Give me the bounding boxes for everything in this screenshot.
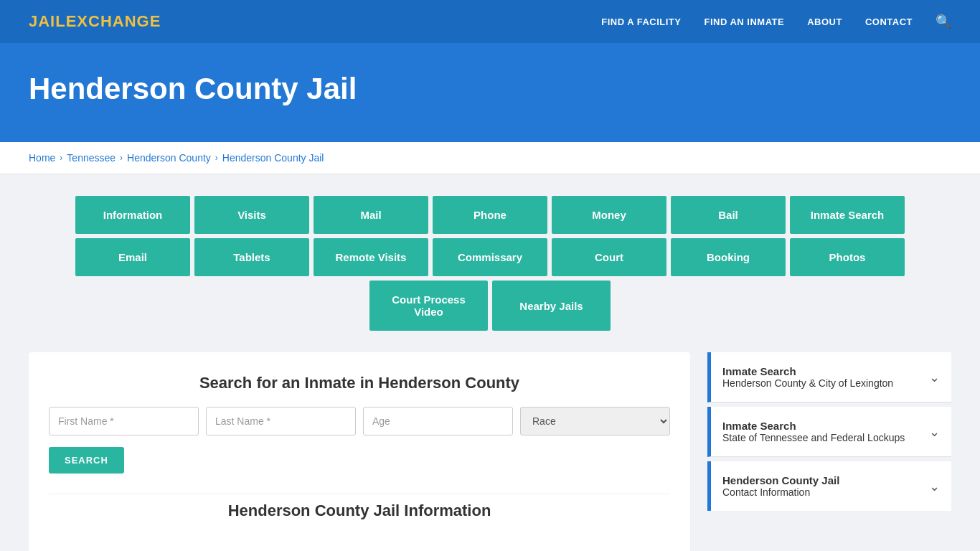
sidebar-card-header-1[interactable]: Inmate Search Henderson County & City of… [711, 352, 951, 402]
btn-phone[interactable]: Phone [433, 196, 547, 234]
breadcrumb-sep-2: › [120, 153, 123, 163]
sidebar-main-title-1: Inmate Search [722, 365, 893, 377]
btn-commissary[interactable]: Commissary [433, 238, 547, 276]
search-icon[interactable]: 🔍 [936, 14, 951, 29]
sidebar-sub-title-2: State of Tennessee and Federal Lockups [722, 432, 905, 443]
search-button[interactable]: SEARCH [49, 447, 124, 474]
header: JAILEXCHANGE FIND A FACILITY FIND AN INM… [0, 0, 980, 43]
nav-find-inmate[interactable]: FIND AN INMATE [704, 17, 784, 27]
breadcrumb-current: Henderson County Jail [222, 152, 324, 164]
breadcrumb-bar: Home › Tennessee › Henderson County › He… [0, 142, 980, 174]
btn-nearby-jails[interactable]: Nearby Jails [492, 281, 611, 331]
sidebar-main-title-2: Inmate Search [722, 420, 905, 432]
category-buttons: Information Visits Mail Phone Money Bail… [29, 196, 951, 331]
last-name-input[interactable] [206, 407, 356, 435]
jail-info-heading: Henderson County Jail Information [49, 494, 670, 520]
btn-booking[interactable]: Booking [671, 238, 786, 276]
btn-visits[interactable]: Visits [194, 196, 309, 234]
btn-remote-visits[interactable]: Remote Visits [314, 238, 428, 276]
logo-exchange: EXCHANGE [66, 12, 161, 30]
button-row-3: Court Process Video Nearby Jails [29, 281, 951, 331]
main-nav: FIND A FACILITY FIND AN INMATE ABOUT CON… [601, 14, 951, 29]
hero-section: Henderson County Jail [0, 43, 980, 142]
breadcrumb-home[interactable]: Home [29, 152, 55, 164]
btn-mail[interactable]: Mail [314, 196, 428, 234]
nav-contact[interactable]: CONTACT [865, 17, 913, 27]
sidebar: Inmate Search Henderson County & City of… [707, 352, 951, 551]
chevron-down-icon-3: ⌄ [929, 479, 940, 494]
nav-find-facility[interactable]: FIND A FACILITY [601, 17, 681, 27]
logo-jail: JAIL [29, 12, 66, 30]
btn-photos[interactable]: Photos [790, 238, 905, 276]
sidebar-card-contact-info[interactable]: Henderson County Jail Contact Informatio… [707, 461, 951, 511]
race-select[interactable]: Race [520, 407, 670, 435]
breadcrumb: Home › Tennessee › Henderson County › He… [29, 152, 951, 164]
search-fields: Race [49, 407, 670, 435]
chevron-down-icon-2: ⌄ [929, 424, 940, 440]
button-row-1: Information Visits Mail Phone Money Bail… [29, 196, 951, 234]
sidebar-sub-title-1: Henderson County & City of Lexington [722, 377, 893, 389]
btn-bail[interactable]: Bail [671, 196, 786, 234]
chevron-down-icon-1: ⌄ [929, 369, 940, 385]
search-heading: Search for an Inmate in Henderson County [49, 374, 670, 392]
btn-inmate-search[interactable]: Inmate Search [790, 196, 905, 234]
content-area: Search for an Inmate in Henderson County… [29, 352, 951, 551]
btn-email[interactable]: Email [75, 238, 190, 276]
btn-tablets[interactable]: Tablets [194, 238, 309, 276]
btn-information[interactable]: Information [75, 196, 190, 234]
sidebar-titles-3: Henderson County Jail Contact Informatio… [722, 474, 839, 498]
page-title: Henderson County Jail [29, 72, 951, 106]
sidebar-card-inmate-search-local[interactable]: Inmate Search Henderson County & City of… [707, 352, 951, 402]
main-content: Information Visits Mail Phone Money Bail… [0, 174, 980, 551]
button-row-2: Email Tablets Remote Visits Commissary C… [29, 238, 951, 276]
nav-about[interactable]: ABOUT [807, 17, 842, 27]
breadcrumb-tennessee[interactable]: Tennessee [67, 152, 116, 164]
sidebar-card-inmate-search-state[interactable]: Inmate Search State of Tennessee and Fed… [707, 407, 951, 457]
breadcrumb-sep-3: › [215, 153, 218, 163]
search-panel: Search for an Inmate in Henderson County… [29, 352, 690, 551]
sidebar-titles-2: Inmate Search State of Tennessee and Fed… [722, 420, 905, 443]
logo[interactable]: JAILEXCHANGE [29, 12, 161, 31]
sidebar-main-title-3: Henderson County Jail [722, 474, 839, 486]
sidebar-sub-title-3: Contact Information [722, 486, 839, 498]
btn-money[interactable]: Money [552, 196, 666, 234]
btn-court[interactable]: Court [552, 238, 666, 276]
age-input[interactable] [363, 407, 513, 435]
sidebar-card-header-2[interactable]: Inmate Search State of Tennessee and Fed… [711, 407, 951, 456]
sidebar-card-header-3[interactable]: Henderson County Jail Contact Informatio… [711, 461, 951, 511]
breadcrumb-henderson-county[interactable]: Henderson County [127, 152, 211, 164]
first-name-input[interactable] [49, 407, 199, 435]
sidebar-titles-1: Inmate Search Henderson County & City of… [722, 365, 893, 389]
btn-court-process-video[interactable]: Court Process Video [369, 281, 488, 331]
breadcrumb-sep-1: › [60, 153, 62, 163]
